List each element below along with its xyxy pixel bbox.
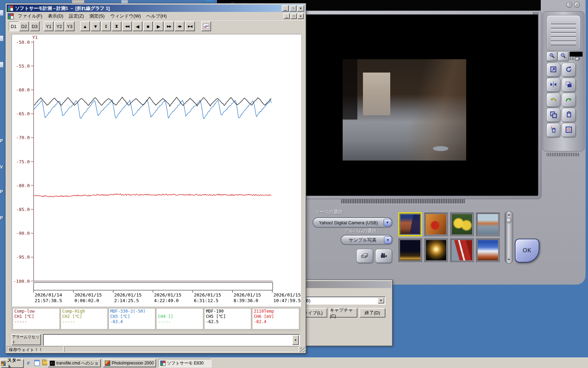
window-title: ソフトサーモ計測－計測1 － [折れ線グラフ 1] <box>15 5 110 12</box>
scroll-up-icon[interactable]: ▲ <box>507 213 510 217</box>
close-frame-button[interactable] <box>562 123 576 137</box>
acquire-camera-button[interactable] <box>375 249 392 263</box>
cascade-windows-icon[interactable] <box>575 57 579 60</box>
copy-button[interactable] <box>546 108 560 122</box>
flip-horizontal-icon <box>550 81 557 89</box>
task-button[interactable]: C:\transfile.cmd へのショート... <box>48 359 101 367</box>
album-select-dropdown[interactable]: サンプル写真 ▼ <box>341 235 393 245</box>
paste-button[interactable] <box>562 108 576 122</box>
close-frame-icon <box>565 126 573 135</box>
menu-item[interactable]: ヘルプ(H) <box>144 12 169 20</box>
updown-icon[interactable]: ⇕ <box>101 21 111 31</box>
zoom-out-icon <box>560 53 566 60</box>
toolbar-button-d3[interactable]: D3 <box>30 21 40 31</box>
channel-label: CH4 [] <box>158 314 202 319</box>
thumbnail-cardinal-bird[interactable] <box>424 212 448 236</box>
chevron-down-icon[interactable]: ▼ <box>384 236 392 244</box>
drawer-panel[interactable] <box>546 15 581 51</box>
thumbnail-sky-clouds[interactable] <box>476 238 500 262</box>
flip-horizontal-button[interactable] <box>546 78 560 92</box>
exit-button[interactable]: 終了(D) <box>359 308 385 318</box>
channel-label: CH3 [℃] <box>110 314 154 319</box>
ie-icon[interactable]: e <box>25 360 31 366</box>
softthermo-app-icon[interactable] <box>7 5 13 11</box>
thumbnail-ship-bow[interactable] <box>450 238 474 262</box>
menu-item[interactable]: ウィンドウ(W) <box>107 12 144 20</box>
menu-item[interactable]: ファイル(F) <box>15 12 45 20</box>
down-icon[interactable]: ▼ <box>91 21 100 31</box>
zoom-out-button[interactable] <box>558 52 569 61</box>
close-icon[interactable]: × <box>298 13 304 19</box>
source-select-dropdown[interactable]: Yahoo! Digital Camera (USB) ▼ <box>313 217 393 228</box>
range-selector-box[interactable] <box>34 282 273 290</box>
acquire-scanner-button[interactable] <box>356 249 373 263</box>
alarm-reset-button[interactable]: アラームリセット <box>12 334 41 345</box>
chevron-down-icon[interactable]: ▼ <box>378 298 384 304</box>
restore-icon[interactable]: ❐ <box>290 13 297 19</box>
thumbnail-image <box>452 214 472 234</box>
back-icon[interactable]: ◀ <box>133 21 142 31</box>
scrollbar-knob[interactable] <box>506 218 512 223</box>
thumbnail-scrollbar[interactable]: ▲ ▼ <box>505 211 513 264</box>
thumbnail-yellow-flowers[interactable] <box>450 212 474 236</box>
menu-item[interactable]: 表示(D) <box>45 12 66 20</box>
close-icon[interactable]: × <box>574 2 580 8</box>
resize-icon <box>550 66 557 74</box>
crop-rotate-button[interactable] <box>562 78 576 92</box>
svg-text:6:31:12.5: 6:31:12.5 <box>194 298 218 303</box>
minimize-icon[interactable]: _ <box>284 13 290 19</box>
up-icon[interactable]: ▲ <box>80 21 90 31</box>
line-graph-icon[interactable] <box>201 21 211 31</box>
task-button[interactable]: PhotoImpression 2000 <box>103 359 156 367</box>
hourglass-icon[interactable]: ⧗ <box>112 21 121 31</box>
toolbar-button-y1[interactable]: Y1 <box>44 21 54 31</box>
fast-forward-icon[interactable]: ▶▶ <box>164 21 174 31</box>
minimize-icon[interactable]: _ <box>282 5 289 12</box>
zoom-in-button[interactable] <box>546 52 558 61</box>
task-button[interactable]: ソフトサーモ E830 <box>158 359 211 367</box>
expand-icon[interactable]: ◀▶ <box>175 21 184 31</box>
alarm-combobox[interactable]: ▼ <box>43 334 300 346</box>
zoom-ratio-label[interactable]: 1:1 <box>569 57 574 60</box>
redo-button[interactable] <box>562 93 576 107</box>
chevron-down-icon[interactable]: ▼ <box>292 335 299 345</box>
child-window-icon[interactable] <box>8 13 14 19</box>
fast-back-icon[interactable]: ◀◀ <box>122 21 132 31</box>
resize-button[interactable] <box>546 63 560 77</box>
show-desktop-icon[interactable] <box>34 360 40 366</box>
thumbnail-red-rock-spires[interactable] <box>398 212 422 236</box>
close-icon[interactable]: × <box>297 5 304 12</box>
undo-button[interactable] <box>546 93 560 107</box>
capture-button[interactable]: キャプチャ(C) <box>329 308 357 318</box>
toolbar-button-d2[interactable]: D2 <box>19 21 29 31</box>
stop-icon[interactable]: ■ <box>143 21 153 31</box>
thumbnail-grid <box>398 212 501 263</box>
help-icon[interactable]: ? <box>566 2 572 8</box>
resize-grip[interactable] <box>300 347 305 352</box>
zoom-in-icon <box>549 53 555 60</box>
ok-button[interactable]: OK <box>515 239 539 263</box>
titlebar[interactable]: ソフトサーモ計測－計測1 － [折れ線グラフ 1] _❐× <box>7 5 305 12</box>
toolbar-button-d1[interactable]: D1 <box>9 21 19 31</box>
thumbnail-harbor-town[interactable] <box>476 212 500 236</box>
menu-item[interactable]: 測定(S) <box>86 12 107 20</box>
thumbnail-light-spiral[interactable] <box>424 238 448 262</box>
chevron-down-icon[interactable]: ▼ <box>384 219 391 226</box>
toolbar-button-y2[interactable]: Y2 <box>54 21 64 31</box>
rotate-icon <box>565 66 573 74</box>
channel-title: Comp-High <box>62 309 106 314</box>
scroll-down-icon[interactable]: ▼ <box>507 258 510 261</box>
channel-title: MDF-330-2(-50) <box>110 309 154 314</box>
task-label: PhotoImpression 2000 <box>112 361 154 366</box>
channel-title: Comp-low <box>14 309 58 314</box>
play-icon[interactable]: ▶ <box>154 21 163 31</box>
rotate-button[interactable] <box>562 63 576 77</box>
svg-text:4:22:49.0: 4:22:49.0 <box>154 298 178 303</box>
menu-item[interactable]: 設定(Z) <box>66 12 87 20</box>
toolbar-button-y3[interactable]: Y3 <box>65 21 75 31</box>
collapse-icon[interactable]: ▶◀ <box>185 21 195 31</box>
restore-icon[interactable]: ❐ <box>289 5 296 12</box>
delete-button[interactable] <box>546 123 560 137</box>
start-button[interactable]: スタート <box>1 359 24 368</box>
thumbnail-night-city[interactable] <box>398 238 422 262</box>
